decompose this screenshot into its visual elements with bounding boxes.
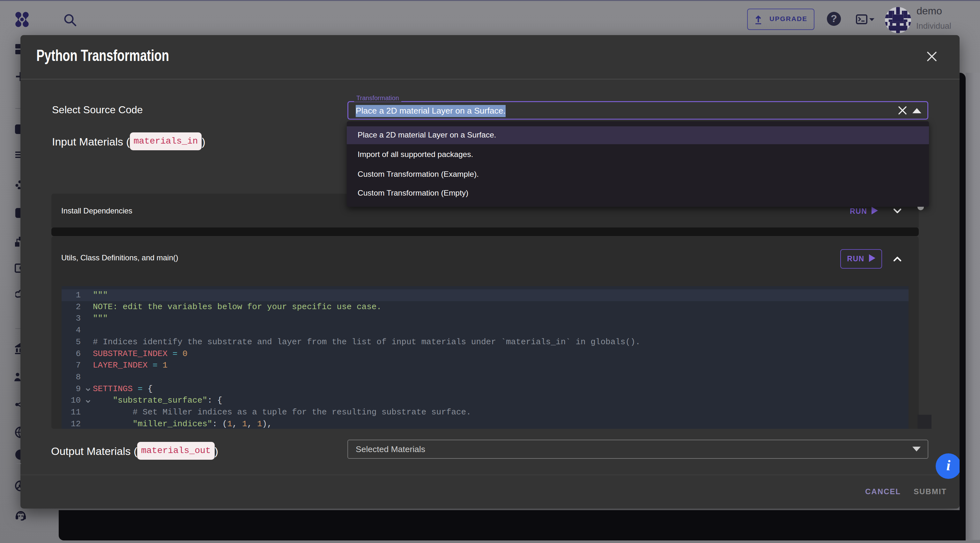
svg-text:?: ? xyxy=(831,13,837,24)
